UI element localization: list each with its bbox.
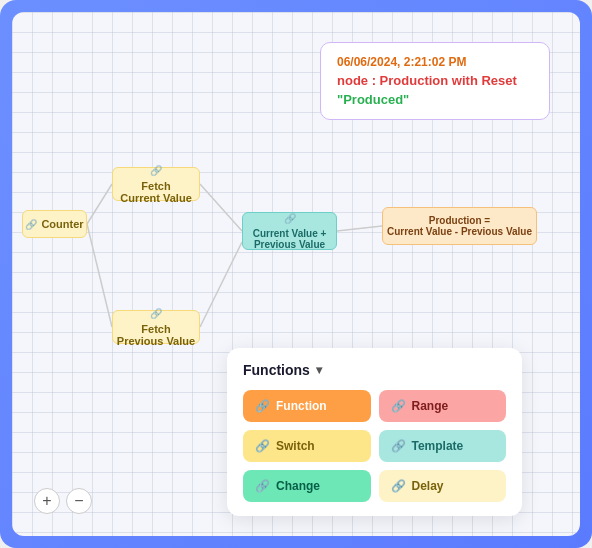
cv-pv-link-icon: 🔗 <box>284 213 296 224</box>
change-button[interactable]: 🔗 Change <box>243 470 371 502</box>
outer-container: 06/06/2024, 2:21:02 PM node : Production… <box>0 0 592 548</box>
switch-label: Switch <box>276 439 315 453</box>
fetch-prev-node: 🔗 FetchPrevious Value <box>112 310 200 344</box>
chevron-down-icon[interactable]: ▾ <box>316 363 322 377</box>
functions-grid: 🔗 Function 🔗 Range 🔗 Switch 🔗 Template 🔗 <box>243 390 506 502</box>
info-produced: "Produced" <box>337 92 533 107</box>
functions-panel: Functions ▾ 🔗 Function 🔗 Range 🔗 Switch … <box>227 348 522 516</box>
delay-label: Delay <box>412 479 444 493</box>
fetch-current-label: FetchCurrent Value <box>120 180 192 204</box>
delay-button[interactable]: 🔗 Delay <box>379 470 507 502</box>
range-link-icon: 🔗 <box>391 399 406 413</box>
delay-link-icon: 🔗 <box>391 479 406 493</box>
info-timestamp: 06/06/2024, 2:21:02 PM <box>337 55 533 69</box>
template-link-icon: 🔗 <box>391 439 406 453</box>
switch-button[interactable]: 🔗 Switch <box>243 430 371 462</box>
counter-node: 🔗 Counter <box>22 210 87 238</box>
functions-header: Functions ▾ <box>243 362 506 378</box>
fetch-current-node: 🔗 FetchCurrent Value <box>112 167 200 201</box>
counter-label: Counter <box>41 218 83 230</box>
function-button[interactable]: 🔗 Function <box>243 390 371 422</box>
function-link-icon: 🔗 <box>255 399 270 413</box>
cv-pv-label: Current Value +Previous Value <box>253 228 327 250</box>
zoom-out-button[interactable]: − <box>66 488 92 514</box>
template-button[interactable]: 🔗 Template <box>379 430 507 462</box>
production-label: Production =Current Value - Previous Val… <box>387 215 532 237</box>
template-label: Template <box>412 439 464 453</box>
fetch-prev-label: FetchPrevious Value <box>117 323 195 347</box>
change-link-icon: 🔗 <box>255 479 270 493</box>
info-card: 06/06/2024, 2:21:02 PM node : Production… <box>320 42 550 120</box>
counter-link-icon: 🔗 <box>25 219 37 230</box>
production-node: Production =Current Value - Previous Val… <box>382 207 537 245</box>
fetch-current-link-icon: 🔗 <box>150 165 162 176</box>
inner-container: 06/06/2024, 2:21:02 PM node : Production… <box>12 12 580 536</box>
zoom-in-button[interactable]: + <box>34 488 60 514</box>
change-label: Change <box>276 479 320 493</box>
range-label: Range <box>412 399 449 413</box>
range-button[interactable]: 🔗 Range <box>379 390 507 422</box>
functions-title: Functions <box>243 362 310 378</box>
zoom-controls: + − <box>34 488 92 514</box>
cv-pv-node: 🔗 Current Value +Previous Value <box>242 212 337 250</box>
switch-link-icon: 🔗 <box>255 439 270 453</box>
info-node-label: node : Production with Reset <box>337 73 533 88</box>
function-label: Function <box>276 399 327 413</box>
fetch-prev-link-icon: 🔗 <box>150 308 162 319</box>
